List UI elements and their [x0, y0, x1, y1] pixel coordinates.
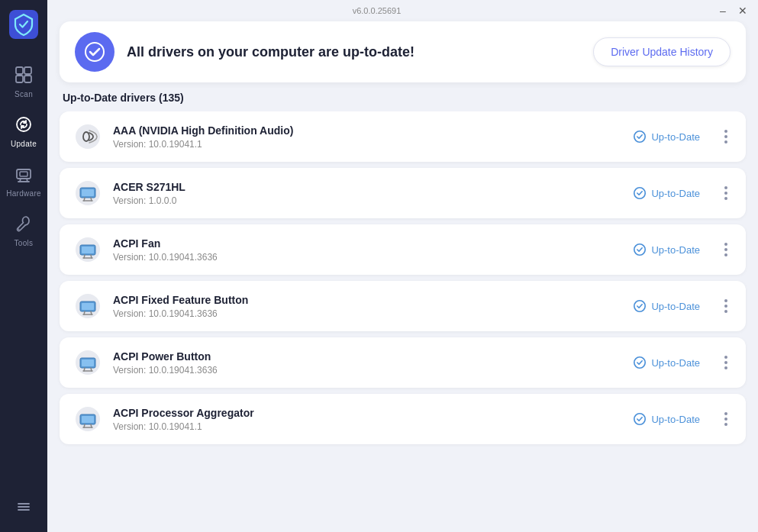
sidebar-item-hardware[interactable]: Hardware [0, 154, 47, 204]
driver-menu-0[interactable] [720, 127, 732, 147]
sidebar-item-tools[interactable]: Tools [0, 204, 47, 253]
close-button[interactable]: ✕ [735, 3, 750, 18]
update-icon [11, 112, 36, 137]
driver-status-4: Up-to-Date [633, 356, 700, 369]
status-label: Up-to-Date [651, 414, 700, 425]
svg-rect-4 [24, 76, 31, 82]
driver-list-item: ACPI Fan Version: 10.0.19041.3636 Up-to-… [60, 224, 746, 275]
svg-rect-34 [82, 416, 94, 423]
driver-info-5: ACPI Processor Aggregator Version: 10.0.… [113, 407, 622, 432]
svg-point-15 [634, 131, 645, 142]
main-content: v6.0.0.25691 – ✕ All drivers on your com… [47, 0, 758, 532]
status-label: Up-to-Date [651, 188, 700, 199]
driver-name-4: ACPI Power Button [113, 350, 622, 363]
driver-list-item: ACER S271HL Version: 1.0.0.0 Up-to-Date [60, 168, 746, 218]
driver-icon-0 [73, 122, 102, 151]
driver-version-0: Version: 10.0.19041.1 [113, 139, 622, 150]
driver-list-item: ACPI Power Button Version: 10.0.19041.36… [60, 337, 746, 388]
svg-point-35 [634, 414, 645, 424]
hardware-label: Hardware [6, 189, 41, 198]
driver-menu-2[interactable] [720, 240, 732, 260]
driver-info-4: ACPI Power Button Version: 10.0.19041.36… [113, 350, 622, 376]
update-label: Update [11, 140, 37, 148]
svg-point-23 [634, 244, 645, 255]
driver-list: AAA (NVIDIA High Definition Audio) Versi… [47, 111, 758, 532]
status-check-icon [633, 412, 647, 426]
titlebar-controls: – ✕ [715, 3, 750, 18]
tools-label: Tools [15, 239, 34, 247]
driver-info-1: ACER S271HL Version: 1.0.0.0 [113, 181, 622, 206]
svg-point-19 [634, 188, 645, 198]
status-label: Up-to-Date [651, 131, 700, 143]
svg-point-5 [17, 118, 31, 131]
version-label: v6.0.0.25691 [353, 6, 402, 15]
sidebar: Scan Update Hardware [0, 0, 47, 532]
driver-icon-1 [73, 179, 102, 208]
svg-rect-22 [82, 247, 94, 253]
sidebar-item-update[interactable]: Update [0, 105, 47, 154]
sidebar-list-icon[interactable] [0, 492, 47, 521]
status-label: Up-to-Date [651, 357, 700, 369]
driver-menu-4[interactable] [720, 353, 732, 372]
status-check-icon [633, 356, 647, 369]
svg-rect-26 [82, 303, 94, 310]
driver-icon-4 [73, 348, 102, 377]
driver-version-4: Version: 10.0.19041.3636 [113, 365, 622, 376]
banner-check-icon [75, 32, 115, 72]
titlebar: v6.0.0.25691 – ✕ [47, 0, 758, 21]
svg-rect-1 [16, 67, 23, 74]
driver-status-3: Up-to-Date [633, 299, 700, 313]
driver-version-5: Version: 10.0.19041.1 [113, 421, 622, 432]
banner-message: All drivers on your computer are up-to-d… [127, 44, 414, 60]
sidebar-item-scan[interactable]: Scan [0, 55, 47, 105]
svg-point-13 [76, 124, 100, 149]
svg-rect-18 [82, 189, 94, 196]
minimize-button[interactable]: – [715, 3, 731, 18]
status-banner: All drivers on your computer are up-to-d… [60, 21, 746, 82]
driver-list-item: AAA (NVIDIA High Definition Audio) Versi… [60, 111, 746, 162]
sidebar-bottom [0, 492, 47, 532]
driver-icon-3 [73, 292, 102, 321]
svg-rect-7 [20, 172, 27, 176]
driver-name-2: ACPI Fan [113, 237, 622, 250]
driver-version-2: Version: 10.0.19041.3636 [113, 252, 622, 263]
section-title: Up-to-Date drivers (135) [47, 92, 758, 111]
status-check-icon [633, 299, 647, 313]
driver-status-5: Up-to-Date [633, 412, 700, 426]
driver-menu-1[interactable] [720, 183, 732, 203]
driver-history-button[interactable]: Driver Update History [593, 37, 731, 66]
svg-rect-3 [16, 76, 23, 82]
status-check-icon [633, 243, 647, 256]
driver-icon-2 [73, 235, 102, 264]
driver-info-3: ACPI Fixed Feature Button Version: 10.0.… [113, 294, 622, 319]
svg-point-12 [85, 43, 104, 61]
driver-list-item: ACPI Fixed Feature Button Version: 10.0.… [60, 281, 746, 331]
driver-menu-3[interactable] [720, 296, 732, 316]
driver-info-2: ACPI Fan Version: 10.0.19041.3636 [113, 237, 622, 263]
svg-point-31 [634, 357, 645, 368]
driver-icon-5 [73, 405, 102, 434]
svg-rect-30 [82, 360, 94, 366]
svg-rect-2 [24, 67, 31, 74]
driver-menu-5[interactable] [720, 409, 732, 429]
driver-version-1: Version: 1.0.0.0 [113, 195, 622, 206]
status-check-icon [633, 130, 647, 143]
driver-status-1: Up-to-Date [633, 186, 700, 200]
svg-point-27 [634, 301, 645, 311]
driver-name-3: ACPI Fixed Feature Button [113, 294, 622, 306]
driver-name-0: AAA (NVIDIA High Definition Audio) [113, 124, 622, 137]
tools-icon [11, 211, 36, 236]
svg-point-8 [18, 229, 20, 231]
driver-list-item: ACPI Processor Aggregator Version: 10.0.… [60, 394, 746, 444]
hardware-icon [11, 162, 36, 186]
banner-left: All drivers on your computer are up-to-d… [75, 32, 414, 72]
status-label: Up-to-Date [651, 301, 700, 312]
status-label: Up-to-Date [651, 244, 700, 256]
svg-rect-6 [17, 169, 31, 179]
driver-info-0: AAA (NVIDIA High Definition Audio) Versi… [113, 124, 622, 150]
app-logo[interactable] [7, 8, 40, 41]
scan-label: Scan [15, 90, 33, 98]
driver-name-1: ACER S271HL [113, 181, 622, 193]
driver-status-2: Up-to-Date [633, 243, 700, 256]
driver-status-0: Up-to-Date [633, 130, 700, 143]
